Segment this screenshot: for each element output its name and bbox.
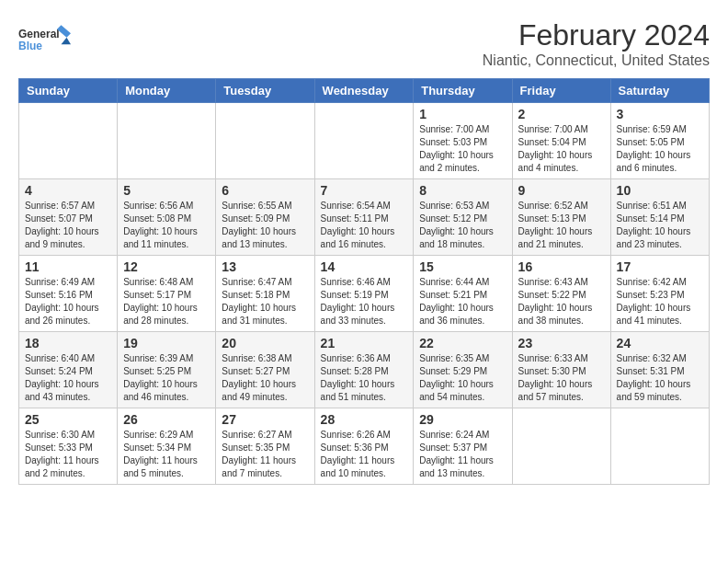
day-info: Sunrise: 6:36 AM Sunset: 5:28 PM Dayligh… — [321, 352, 408, 404]
calendar-cell: 26Sunrise: 6:29 AM Sunset: 5:34 PM Dayli… — [118, 408, 216, 485]
day-number: 21 — [321, 336, 408, 350]
day-info: Sunrise: 6:33 AM Sunset: 5:30 PM Dayligh… — [518, 352, 605, 404]
day-number: 1 — [419, 107, 506, 121]
header: General Blue February 2024 Niantic, Conn… — [18, 18, 710, 69]
day-number: 9 — [518, 183, 605, 198]
day-info: Sunrise: 7:00 AM Sunset: 5:04 PM Dayligh… — [518, 123, 605, 175]
day-number: 27 — [222, 412, 308, 427]
day-number: 23 — [518, 336, 605, 350]
calendar-cell: 1Sunrise: 7:00 AM Sunset: 5:03 PM Daylig… — [414, 103, 512, 179]
day-info: Sunrise: 6:43 AM Sunset: 5:22 PM Dayligh… — [518, 276, 605, 327]
logo: General Blue — [18, 18, 74, 60]
day-number: 2 — [518, 107, 605, 121]
day-header-thursday: Thursday — [414, 79, 512, 103]
day-number: 17 — [617, 259, 703, 274]
calendar-cell: 6Sunrise: 6:55 AM Sunset: 5:09 PM Daylig… — [216, 179, 314, 256]
calendar-cell — [19, 103, 118, 179]
day-info: Sunrise: 6:54 AM Sunset: 5:11 PM Dayligh… — [321, 200, 408, 251]
day-header-wednesday: Wednesday — [314, 79, 414, 103]
calendar: SundayMondayTuesdayWednesdayThursdayFrid… — [18, 78, 710, 485]
calendar-cell: 16Sunrise: 6:43 AM Sunset: 5:22 PM Dayli… — [512, 256, 610, 332]
day-info: Sunrise: 6:26 AM Sunset: 5:36 PM Dayligh… — [321, 429, 408, 480]
day-number: 15 — [419, 259, 506, 274]
day-number: 6 — [222, 183, 308, 198]
day-info: Sunrise: 6:55 AM Sunset: 5:09 PM Dayligh… — [222, 200, 308, 251]
day-number: 24 — [617, 336, 703, 350]
title-area: February 2024 Niantic, Connecticut, Unit… — [483, 18, 710, 69]
calendar-cell: 28Sunrise: 6:26 AM Sunset: 5:36 PM Dayli… — [314, 408, 414, 485]
day-info: Sunrise: 6:52 AM Sunset: 5:13 PM Dayligh… — [518, 200, 605, 251]
day-info: Sunrise: 6:49 AM Sunset: 5:16 PM Dayligh… — [25, 276, 111, 327]
day-info: Sunrise: 6:46 AM Sunset: 5:19 PM Dayligh… — [321, 276, 408, 327]
day-number: 5 — [123, 183, 210, 198]
day-info: Sunrise: 6:48 AM Sunset: 5:17 PM Dayligh… — [123, 276, 210, 327]
calendar-cell: 13Sunrise: 6:47 AM Sunset: 5:18 PM Dayli… — [216, 256, 314, 332]
day-info: Sunrise: 6:39 AM Sunset: 5:25 PM Dayligh… — [123, 352, 210, 404]
calendar-cell: 23Sunrise: 6:33 AM Sunset: 5:30 PM Dayli… — [512, 332, 610, 408]
calendar-cell: 17Sunrise: 6:42 AM Sunset: 5:23 PM Dayli… — [610, 256, 709, 332]
calendar-cell: 12Sunrise: 6:48 AM Sunset: 5:17 PM Dayli… — [118, 256, 216, 332]
day-number: 12 — [123, 259, 210, 274]
calendar-cell: 10Sunrise: 6:51 AM Sunset: 5:14 PM Dayli… — [610, 179, 709, 256]
calendar-cell: 18Sunrise: 6:40 AM Sunset: 5:24 PM Dayli… — [19, 332, 118, 408]
svg-marker-3 — [62, 38, 72, 45]
day-number: 19 — [123, 336, 210, 350]
calendar-cell: 14Sunrise: 6:46 AM Sunset: 5:19 PM Dayli… — [314, 256, 414, 332]
calendar-cell: 21Sunrise: 6:36 AM Sunset: 5:28 PM Dayli… — [314, 332, 414, 408]
day-info: Sunrise: 6:38 AM Sunset: 5:27 PM Dayligh… — [222, 352, 308, 404]
calendar-cell: 24Sunrise: 6:32 AM Sunset: 5:31 PM Dayli… — [610, 332, 709, 408]
calendar-cell: 15Sunrise: 6:44 AM Sunset: 5:21 PM Dayli… — [414, 256, 512, 332]
day-number: 20 — [222, 336, 308, 350]
page: General Blue February 2024 Niantic, Conn… — [0, 0, 728, 494]
day-info: Sunrise: 6:53 AM Sunset: 5:12 PM Dayligh… — [419, 200, 506, 251]
calendar-cell: 25Sunrise: 6:30 AM Sunset: 5:33 PM Dayli… — [19, 408, 118, 485]
day-header-friday: Friday — [512, 79, 610, 103]
day-info: Sunrise: 6:59 AM Sunset: 5:05 PM Dayligh… — [617, 123, 703, 175]
calendar-cell: 4Sunrise: 6:57 AM Sunset: 5:07 PM Daylig… — [19, 179, 118, 256]
calendar-cell: 8Sunrise: 6:53 AM Sunset: 5:12 PM Daylig… — [414, 179, 512, 256]
day-info: Sunrise: 6:57 AM Sunset: 5:07 PM Dayligh… — [25, 200, 111, 251]
calendar-cell: 19Sunrise: 6:39 AM Sunset: 5:25 PM Dayli… — [118, 332, 216, 408]
day-info: Sunrise: 7:00 AM Sunset: 5:03 PM Dayligh… — [419, 123, 506, 175]
day-number: 18 — [25, 336, 111, 350]
day-info: Sunrise: 6:29 AM Sunset: 5:34 PM Dayligh… — [123, 429, 210, 480]
calendar-cell: 7Sunrise: 6:54 AM Sunset: 5:11 PM Daylig… — [314, 179, 414, 256]
day-number: 4 — [25, 183, 111, 198]
day-info: Sunrise: 6:40 AM Sunset: 5:24 PM Dayligh… — [25, 352, 111, 404]
day-number: 28 — [321, 412, 408, 427]
calendar-cell: 3Sunrise: 6:59 AM Sunset: 5:05 PM Daylig… — [610, 103, 709, 179]
main-title: February 2024 — [483, 18, 710, 52]
day-info: Sunrise: 6:47 AM Sunset: 5:18 PM Dayligh… — [222, 276, 308, 327]
day-info: Sunrise: 6:24 AM Sunset: 5:37 PM Dayligh… — [419, 429, 506, 480]
calendar-cell: 20Sunrise: 6:38 AM Sunset: 5:27 PM Dayli… — [216, 332, 314, 408]
calendar-cell — [512, 408, 610, 485]
calendar-cell: 5Sunrise: 6:56 AM Sunset: 5:08 PM Daylig… — [118, 179, 216, 256]
svg-text:Blue: Blue — [18, 40, 42, 52]
day-header-tuesday: Tuesday — [216, 79, 314, 103]
calendar-cell: 2Sunrise: 7:00 AM Sunset: 5:04 PM Daylig… — [512, 103, 610, 179]
calendar-cell — [118, 103, 216, 179]
day-number: 16 — [518, 259, 605, 274]
day-header-monday: Monday — [118, 79, 216, 103]
day-number: 26 — [123, 412, 210, 427]
svg-text:General: General — [18, 28, 60, 40]
day-number: 22 — [419, 336, 506, 350]
calendar-cell — [314, 103, 414, 179]
calendar-cell: 22Sunrise: 6:35 AM Sunset: 5:29 PM Dayli… — [414, 332, 512, 408]
day-number: 13 — [222, 259, 308, 274]
calendar-cell: 29Sunrise: 6:24 AM Sunset: 5:37 PM Dayli… — [414, 408, 512, 485]
day-header-sunday: Sunday — [19, 79, 118, 103]
day-number: 8 — [419, 183, 506, 198]
day-header-saturday: Saturday — [610, 79, 709, 103]
day-number: 3 — [617, 107, 703, 121]
day-info: Sunrise: 6:42 AM Sunset: 5:23 PM Dayligh… — [617, 276, 703, 327]
day-info: Sunrise: 6:51 AM Sunset: 5:14 PM Dayligh… — [617, 200, 703, 251]
day-number: 10 — [617, 183, 703, 198]
day-info: Sunrise: 6:27 AM Sunset: 5:35 PM Dayligh… — [222, 429, 308, 480]
day-info: Sunrise: 6:35 AM Sunset: 5:29 PM Dayligh… — [419, 352, 506, 404]
logo-svg: General Blue — [18, 18, 74, 60]
calendar-cell: 9Sunrise: 6:52 AM Sunset: 5:13 PM Daylig… — [512, 179, 610, 256]
day-info: Sunrise: 6:32 AM Sunset: 5:31 PM Dayligh… — [617, 352, 703, 404]
day-number: 29 — [419, 412, 506, 427]
day-info: Sunrise: 6:44 AM Sunset: 5:21 PM Dayligh… — [419, 276, 506, 327]
